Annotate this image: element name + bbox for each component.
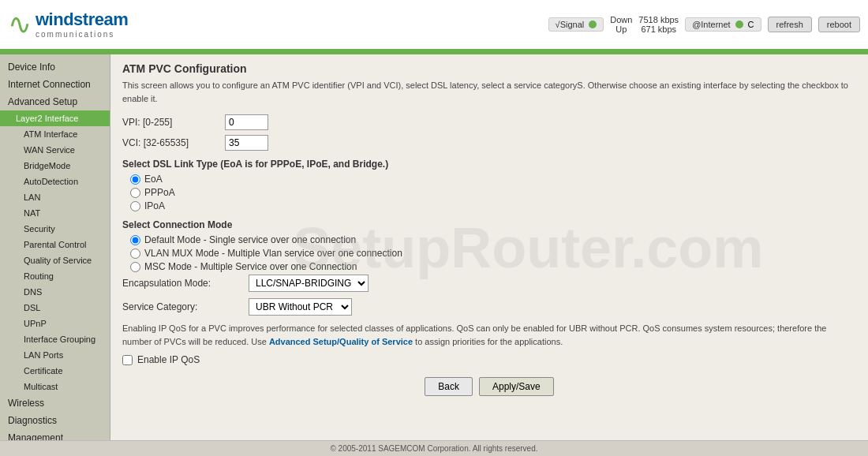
qos-note-text-2: to assign priorities for the application…	[413, 337, 563, 346]
vpi-row: VPI: [0-255]	[122, 114, 856, 130]
pppoa-label: PPPoA	[144, 187, 175, 198]
service-category-row: Service Category: UBR Without PCR UBR Wi…	[122, 298, 856, 316]
enable-ip-qos-checkbox[interactable]	[122, 355, 133, 365]
qos-link[interactable]: Advanced Setup/Quality of Service	[269, 337, 413, 346]
down-label: Down	[610, 15, 632, 24]
speed-values: 7518 kbps 671 kbps	[638, 15, 679, 34]
vpi-input[interactable]	[225, 114, 268, 130]
dsl-link-label: Select DSL Link Type (EoA is for PPPoE, …	[122, 159, 856, 170]
internet-code: C	[748, 20, 754, 29]
sidebar-item-layer2-interface[interactable]: Layer2 Interface	[0, 110, 110, 126]
signal-status: √Signal	[548, 17, 604, 32]
back-button[interactable]: Back	[425, 377, 473, 396]
eoa-radio[interactable]	[130, 174, 140, 185]
default-mode-row: Default Mode - Single service over one c…	[130, 234, 856, 245]
page-description: This screen allows you to configure an A…	[122, 79, 856, 105]
header: ∿ windstream communications √Signal Down…	[0, 0, 868, 51]
encapsulation-row: Encapsulation Mode: LLC/SNAP-BRIDGING VC…	[122, 275, 856, 292]
sidebar-item-dns[interactable]: DNS	[0, 284, 110, 300]
sidebar-item-atm-interface[interactable]: ATM Interface	[0, 126, 110, 142]
vci-label: VCI: [32-65535]	[122, 137, 225, 148]
status-bar: √Signal Down Up 7518 kbps 671 kbps @Inte…	[548, 15, 860, 34]
vci-input[interactable]	[225, 135, 268, 151]
logo-text: windstream communications	[36, 10, 128, 38]
service-category-select[interactable]: UBR Without PCR UBR With PCR CBR Non Rea…	[249, 298, 352, 316]
sidebar-item-device-info[interactable]: Device Info	[0, 58, 110, 76]
refresh-button[interactable]: refresh	[768, 17, 812, 32]
sidebar-item-upnp[interactable]: UPnP	[0, 316, 110, 331]
footer: © 2005-2011 SAGEMCOM Corporation. All ri…	[0, 440, 868, 456]
connection-mode-label: Select Connection Mode	[122, 219, 856, 230]
speed-status: Down Up	[610, 15, 632, 34]
pppoa-radio-row: PPPoA	[130, 187, 856, 198]
pppoa-radio[interactable]	[130, 188, 140, 198]
main-content: ATM PVC Configuration This screen allows…	[110, 54, 868, 440]
sidebar-item-certificate[interactable]: Certificate	[0, 363, 110, 379]
ipoa-label: IPoA	[144, 200, 165, 211]
vci-row: VCI: [32-65535]	[122, 135, 856, 151]
reboot-button[interactable]: reboot	[818, 17, 860, 32]
internet-indicator	[735, 21, 743, 28]
sidebar: Device Info Internet Connection Advanced…	[0, 54, 110, 440]
sidebar-item-autodetection[interactable]: AutoDetection	[0, 174, 110, 189]
default-mode-radio[interactable]	[130, 235, 140, 245]
button-row: Back Apply/Save	[122, 377, 856, 396]
sidebar-item-internet-connection[interactable]: Internet Connection	[0, 76, 110, 93]
sidebar-item-parental-control[interactable]: Parental Control	[0, 237, 110, 252]
default-mode-label: Default Mode - Single service over one c…	[144, 234, 356, 245]
vlan-mode-radio[interactable]	[130, 249, 140, 259]
sidebar-item-bridgemode[interactable]: BridgeMode	[0, 158, 110, 174]
internet-status: @Internet C	[685, 17, 761, 32]
sidebar-item-advanced-setup[interactable]: Advanced Setup	[0, 93, 110, 110]
logo-area: ∿ windstream communications	[8, 10, 128, 39]
page-title: ATM PVC Configuration	[122, 62, 856, 75]
encapsulation-select[interactable]: LLC/SNAP-BRIDGING VC/MUX	[249, 275, 369, 292]
sidebar-item-nat[interactable]: NAT	[0, 205, 110, 221]
signal-label: √Signal	[556, 20, 585, 29]
service-category-label: Service Category:	[122, 301, 249, 312]
ipoa-radio[interactable]	[130, 201, 140, 211]
msc-mode-radio[interactable]	[130, 262, 140, 272]
up-speed: 671 kbps	[638, 24, 679, 34]
brand-sub: communications	[36, 30, 128, 39]
apply-save-button[interactable]: Apply/Save	[479, 377, 554, 396]
sidebar-item-interface-grouping[interactable]: Interface Grouping	[0, 331, 110, 347]
down-speed: 7518 kbps	[638, 15, 679, 24]
sidebar-item-management[interactable]: Management	[0, 429, 110, 440]
vlan-mode-row: VLAN MUX Mode - Multiple Vlan service ov…	[130, 248, 856, 259]
msc-mode-row: MSC Mode - Multiple Service over one Con…	[130, 261, 856, 272]
eoa-label: EoA	[144, 174, 163, 185]
signal-indicator	[589, 21, 597, 28]
sidebar-item-multicast[interactable]: Multicast	[0, 379, 110, 394]
encapsulation-label: Encapsulation Mode:	[122, 278, 249, 289]
sidebar-item-diagnostics[interactable]: Diagnostics	[0, 412, 110, 429]
enable-ip-qos-label: Enable IP QoS	[137, 354, 200, 365]
brand-name: windstream	[36, 10, 128, 29]
sidebar-item-dsl[interactable]: DSL	[0, 300, 110, 316]
sidebar-item-lan[interactable]: LAN	[0, 189, 110, 205]
internet-label: @Internet	[692, 20, 730, 29]
sidebar-item-quality-of-service[interactable]: Quality of Service	[0, 252, 110, 268]
sidebar-item-lan-ports[interactable]: LAN Ports	[0, 347, 110, 363]
connection-mode-group: Default Mode - Single service over one c…	[130, 234, 856, 272]
eoa-radio-row: EoA	[130, 174, 856, 185]
copyright-text: © 2005-2011 SAGEMCOM Corporation. All ri…	[330, 444, 537, 453]
msc-mode-label: MSC Mode - Multiple Service over one Con…	[144, 261, 357, 272]
qos-note: Enabling IP QoS for a PVC improves perfo…	[122, 322, 856, 348]
sidebar-item-routing[interactable]: Routing	[0, 268, 110, 284]
vlan-mode-label: VLAN MUX Mode - Multiple Vlan service ov…	[144, 248, 402, 259]
sidebar-item-security[interactable]: Security	[0, 221, 110, 237]
enable-ip-qos-row: Enable IP QoS	[122, 354, 856, 365]
dsl-link-type-group: EoA PPPoA IPoA	[130, 174, 856, 211]
ipoa-radio-row: IPoA	[130, 200, 856, 211]
up-label: Up	[610, 24, 632, 34]
sidebar-item-wan-service[interactable]: WAN Service	[0, 142, 110, 158]
vpi-label: VPI: [0-255]	[122, 117, 225, 128]
sidebar-item-wireless[interactable]: Wireless	[0, 394, 110, 412]
logo-wave-icon: ∿	[8, 10, 32, 39]
